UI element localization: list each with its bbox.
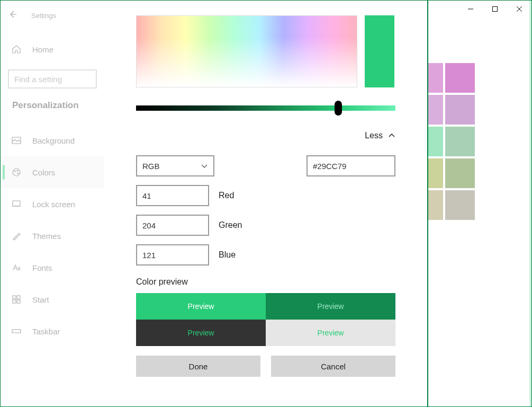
minimize-button[interactable]: [458, 1, 483, 17]
brush-icon: [11, 231, 22, 241]
picture-icon: [11, 135, 22, 146]
preview-heading: Color preview: [136, 277, 395, 287]
svg-rect-7: [13, 296, 16, 299]
preview-tile-light-bg: Preview: [266, 320, 395, 346]
blue-input[interactable]: [136, 244, 209, 266]
less-label: Less: [365, 131, 383, 140]
color-swatch[interactable]: [428, 190, 443, 220]
svg-rect-6: [13, 201, 20, 206]
red-input[interactable]: [136, 185, 209, 206]
color-swatch[interactable]: [428, 63, 443, 93]
chevron-down-icon: [201, 162, 208, 170]
home-nav[interactable]: Home: [1, 37, 104, 62]
preview-tile-light-accent: Preview: [136, 293, 266, 320]
rgb-rows: Red Green Blue: [136, 185, 395, 266]
slider-thumb[interactable]: [335, 101, 342, 116]
svg-rect-10: [17, 300, 20, 303]
maximize-icon: [492, 6, 498, 12]
svg-point-5: [17, 173, 19, 174]
sidebar-item-label: Start: [32, 295, 49, 304]
window-controls: [458, 1, 531, 22]
current-color-swatch: [365, 15, 394, 87]
close-button[interactable]: [507, 1, 531, 17]
color-swatch[interactable]: [445, 158, 475, 188]
color-mode-select[interactable]: RGB: [136, 155, 214, 176]
chevron-up-icon: [388, 132, 395, 139]
svg-point-4: [17, 170, 18, 171]
close-icon: [516, 6, 522, 12]
green-input[interactable]: [136, 215, 209, 236]
sidebar-item-start[interactable]: Start: [1, 284, 104, 315]
green-label: Green: [219, 220, 242, 230]
color-swatch[interactable]: [445, 190, 475, 220]
sidebar-item-label: Colors: [32, 168, 55, 177]
svg-point-3: [14, 171, 15, 172]
sidebar-item-label: Themes: [32, 232, 61, 241]
color-swatch[interactable]: [428, 95, 443, 125]
slider-track: [136, 105, 395, 111]
sidebar-item-themes[interactable]: Themes: [1, 220, 104, 252]
vertical-scrollbar[interactable]: [529, 1, 531, 406]
nav-group: Background Colors Lock screen Themes Fon…: [1, 125, 104, 347]
saturation-spectrum[interactable]: [136, 15, 357, 87]
color-swatch[interactable]: [445, 63, 475, 93]
sidebar-item-lockscreen[interactable]: Lock screen: [1, 188, 104, 220]
maximize-button[interactable]: [483, 1, 507, 17]
home-icon: [11, 44, 22, 55]
start-icon: [11, 294, 22, 305]
value-slider[interactable]: [136, 105, 395, 115]
search-input[interactable]: [8, 69, 97, 89]
picker-row: [136, 15, 395, 87]
back-button[interactable]: [8, 10, 17, 21]
lock-screen-icon: [11, 199, 22, 209]
minimize-icon: [467, 6, 474, 12]
sidebar-item-taskbar[interactable]: Taskbar: [1, 315, 104, 347]
done-button[interactable]: Done: [136, 356, 260, 377]
back-row: Settings: [1, 5, 104, 26]
svg-rect-8: [17, 296, 20, 299]
search-wrap: [1, 69, 104, 89]
back-arrow-icon: [8, 10, 17, 19]
taskbar-icon: [11, 326, 22, 337]
sidebar-item-fonts[interactable]: Fonts: [1, 252, 104, 284]
dialog-buttons: Done Cancel: [136, 356, 395, 377]
sidebar-item-label: Lock screen: [32, 200, 75, 209]
preview-tile-dark-bg: Preview: [136, 320, 266, 346]
svg-point-2: [13, 169, 20, 176]
settings-window: Settings Home Personalization Background…: [0, 0, 532, 407]
less-toggle[interactable]: Less: [136, 131, 395, 140]
section-header: Personalization: [1, 100, 104, 111]
svg-rect-11: [12, 330, 21, 333]
sidebar-item-background[interactable]: Background: [1, 125, 104, 156]
sidebar-item-label: Fonts: [32, 263, 52, 272]
preview-grid: Preview Preview Preview Preview: [136, 293, 395, 346]
blue-label: Blue: [219, 250, 236, 260]
color-picker-dialog: Less RGB Red Green Blue Color: [104, 1, 428, 406]
hex-input[interactable]: [306, 155, 395, 176]
red-label: Red: [219, 191, 234, 200]
color-swatch[interactable]: [445, 95, 475, 125]
sidebar-item-colors[interactable]: Colors: [1, 156, 104, 188]
color-swatch[interactable]: [445, 127, 475, 156]
home-label: Home: [32, 45, 53, 54]
svg-rect-0: [493, 7, 498, 12]
palette-icon: [11, 167, 22, 178]
color-swatch[interactable]: [428, 127, 443, 156]
mode-row: RGB: [136, 155, 395, 176]
svg-rect-9: [13, 300, 16, 303]
sidebar: Settings Home Personalization Background…: [1, 1, 104, 406]
color-mode-value: RGB: [142, 162, 160, 171]
preview-tile-dark-accent: Preview: [266, 293, 395, 320]
page-title: Settings: [31, 12, 56, 20]
sidebar-item-label: Background: [32, 136, 75, 145]
color-swatch[interactable]: [428, 158, 443, 188]
color-swatch-grid: [428, 63, 475, 220]
font-icon: [11, 262, 22, 273]
sidebar-item-label: Taskbar: [32, 327, 60, 336]
cancel-button[interactable]: Cancel: [271, 356, 395, 377]
